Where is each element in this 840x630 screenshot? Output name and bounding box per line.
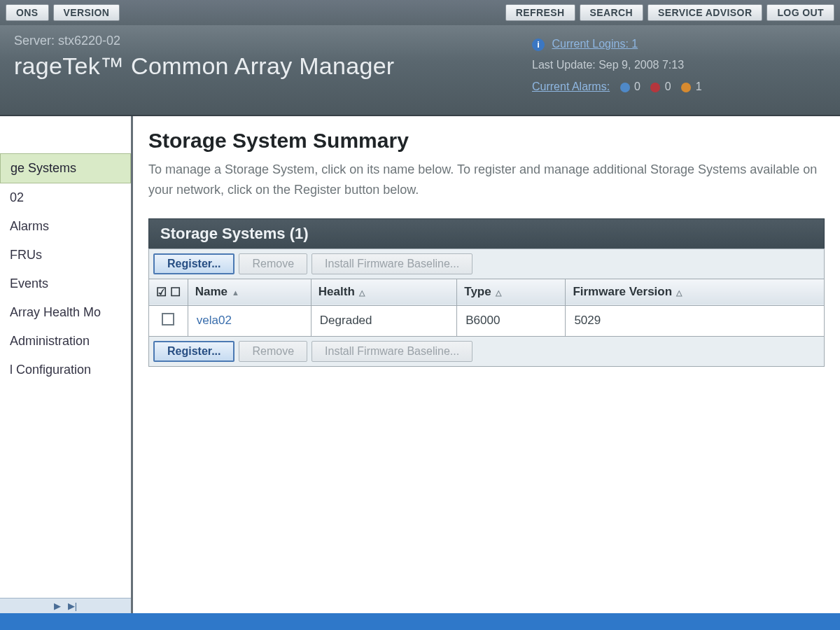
- alarm-critical-count: 0: [665, 80, 671, 92]
- sidebar: ge Systems 02 Alarms FRUs Events Array H…: [0, 116, 133, 613]
- row-name[interactable]: vela02: [188, 305, 311, 336]
- alarm-warning-icon: [681, 83, 691, 92]
- table-row: vela02 Degraded B6000 5029: [149, 305, 825, 336]
- register-button-bottom[interactable]: Register...: [153, 341, 234, 362]
- row-type: B6000: [457, 305, 566, 336]
- col-name[interactable]: Name▲: [188, 279, 311, 305]
- col-type[interactable]: Type△: [457, 279, 566, 305]
- topbtn-ons[interactable]: ONS: [6, 4, 49, 21]
- alarms-link[interactable]: Current Alarms:: [532, 80, 610, 92]
- checkbox-icon[interactable]: [162, 313, 174, 326]
- table-header-row: ☑ ☐ Name▲ Health△ Type△ Firmware Version…: [149, 279, 825, 305]
- sidebar-item-configuration[interactable]: l Configuration: [0, 356, 131, 384]
- sidebar-scrollbar[interactable]: ▶ ▶|: [0, 598, 131, 613]
- storage-systems-table: ☑ ☐ Name▲ Health△ Type△ Firmware Version…: [148, 279, 825, 337]
- alarm-critical-icon: [650, 83, 660, 92]
- sidebar-item-array-health[interactable]: Array Health Mo: [0, 298, 131, 327]
- install-firmware-button-bottom: Install Firmware Baseline...: [312, 341, 472, 362]
- table-toolbar-top: Register... Remove Install Firmware Base…: [148, 248, 825, 279]
- sidebar-item-events[interactable]: Events: [0, 270, 131, 298]
- sidebar-item-alarms[interactable]: Alarms: [0, 212, 131, 241]
- panel-title: Storage Systems (1): [148, 218, 825, 248]
- current-alarms: Current Alarms: 0 0 1: [532, 76, 826, 97]
- scroll-right-icon[interactable]: ▶: [54, 601, 61, 611]
- select-all-col[interactable]: ☑ ☐: [149, 279, 188, 305]
- server-prefix: Server:: [14, 34, 55, 48]
- remove-button-top: Remove: [239, 253, 307, 274]
- server-name: stx6220-02: [58, 34, 120, 48]
- alarm-warning-count: 1: [696, 80, 702, 92]
- sidebar-item-array[interactable]: 02: [0, 183, 131, 212]
- content-area: Storage System Summary To manage a Stora…: [133, 116, 840, 613]
- footer-strip: [0, 613, 840, 630]
- current-logins-link[interactable]: Current Logins: 1: [552, 38, 638, 50]
- header-banner: Server: stx6220-02 rageTek™ Common Array…: [0, 25, 840, 116]
- info-icon: i: [532, 38, 545, 51]
- row-firmware: 5029: [566, 305, 825, 336]
- row-checkbox-cell[interactable]: [149, 305, 188, 336]
- scroll-end-icon[interactable]: ▶|: [68, 601, 77, 611]
- table-toolbar-bottom: Register... Remove Install Firmware Base…: [148, 337, 825, 367]
- col-health[interactable]: Health△: [311, 279, 456, 305]
- alarm-info-count: 0: [634, 80, 640, 92]
- last-update-label: Last Update:: [532, 59, 596, 71]
- page-title: Storage System Summary: [148, 129, 825, 153]
- app-title: rageTek™ Common Array Manager: [14, 52, 394, 80]
- alarm-info-icon: [620, 83, 630, 92]
- sidebar-item-administration[interactable]: Administration: [0, 327, 131, 356]
- topbtn-service-advisor[interactable]: SERVICE ADVISOR: [648, 4, 762, 21]
- last-update: Last Update: Sep 9, 2008 7:13: [532, 55, 826, 76]
- install-firmware-button-top: Install Firmware Baseline...: [312, 253, 472, 274]
- remove-button-bottom: Remove: [239, 341, 307, 362]
- topbtn-logout[interactable]: LOG OUT: [766, 4, 834, 21]
- sidebar-item-root[interactable]: [0, 125, 131, 153]
- register-button-top[interactable]: Register...: [153, 253, 234, 274]
- last-update-value: Sep 9, 2008 7:13: [598, 59, 684, 71]
- page-description: To manage a Storage System, click on its…: [148, 160, 820, 200]
- sidebar-item-storage-systems[interactable]: ge Systems: [0, 153, 131, 183]
- server-line: Server: stx6220-02: [14, 34, 394, 48]
- topbtn-search[interactable]: SEARCH: [580, 4, 644, 21]
- sort-icon: ▲: [232, 288, 239, 297]
- top-button-bar: ONS VERSION REFRESH SEARCH SERVICE ADVIS…: [0, 0, 840, 25]
- topbtn-refresh[interactable]: REFRESH: [505, 4, 575, 21]
- topbtn-version[interactable]: VERSION: [53, 4, 120, 21]
- sidebar-item-frus[interactable]: FRUs: [0, 241, 131, 270]
- col-firmware[interactable]: Firmware Version△: [566, 279, 825, 305]
- row-health: Degraded: [311, 305, 456, 336]
